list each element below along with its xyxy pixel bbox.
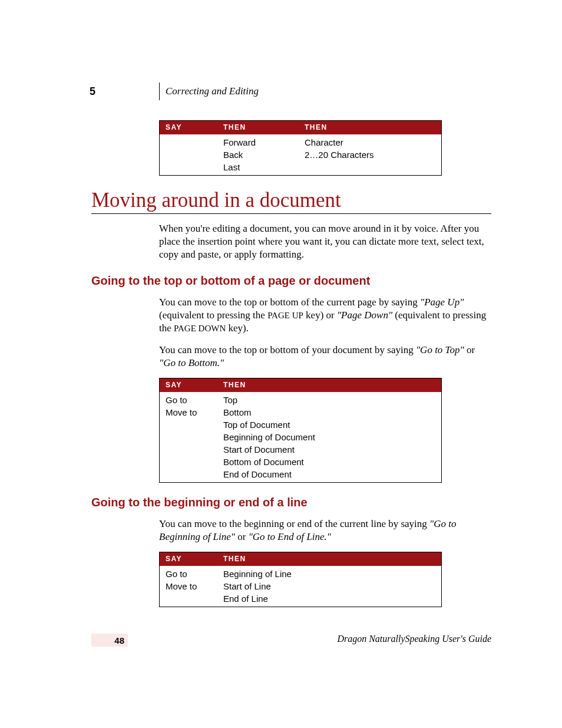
section-heading-top-bottom: Going to the top or bottom of a page or … [91, 274, 491, 288]
table-row: End of Document [160, 468, 442, 483]
table-row: End of Line [160, 592, 442, 607]
chapter-number: 5 [90, 85, 159, 98]
table-row: Beginning of Document [160, 431, 442, 443]
col-then-1: Then [217, 121, 299, 135]
chapter-title: Correcting and Editing [166, 85, 259, 97]
page-number-badge: 48 [91, 634, 128, 647]
page-footer: 48 Dragon NaturallySpeaking User's Guide [0, 634, 562, 647]
table-row: Forward Character [160, 134, 442, 149]
col-then: Then [217, 552, 442, 566]
col-then-2: Then [299, 121, 442, 135]
table-row: Move toBottom [160, 406, 442, 419]
table-row: Move toStart of Line [160, 580, 442, 592]
intro-paragraph: When you're editing a document, you can … [159, 222, 491, 261]
table-row: Start of Document [160, 443, 442, 456]
table-row: Last [160, 161, 442, 176]
table-row: Bottom of Document [160, 456, 442, 468]
table-row: Go toBeginning of Line [160, 566, 442, 580]
table-row: Go toTop [160, 392, 442, 406]
main-heading: Moving around in a document [91, 189, 491, 214]
col-then: Then [217, 378, 442, 392]
col-say: Say [160, 378, 218, 392]
command-table-goto-line: Say Then Go toBeginning of Line Move toS… [159, 552, 442, 607]
page-number: 48 [114, 635, 124, 645]
section-a-paragraph-2: You can move to the top or bottom of you… [159, 344, 491, 370]
command-table-movement: Say Then Then Forward Character Back 2…2… [159, 120, 442, 176]
col-say: Say [160, 121, 218, 135]
section-heading-line: Going to the beginning or end of a line [91, 496, 491, 509]
command-table-goto-document: Say Then Go toTop Move toBottom Top of D… [159, 378, 442, 483]
book-title: Dragon NaturallySpeaking User's Guide [337, 634, 491, 644]
section-a-paragraph-1: You can move to the top or bottom of the… [159, 296, 491, 335]
header-divider [159, 83, 160, 100]
table-row: Top of Document [160, 419, 442, 431]
section-b-paragraph-1: You can move to the beginning or end of … [159, 518, 491, 543]
col-say: Say [160, 552, 218, 566]
page-header: 5 Correcting and Editing [90, 83, 491, 100]
table-row: Back 2…20 Characters [160, 149, 442, 161]
